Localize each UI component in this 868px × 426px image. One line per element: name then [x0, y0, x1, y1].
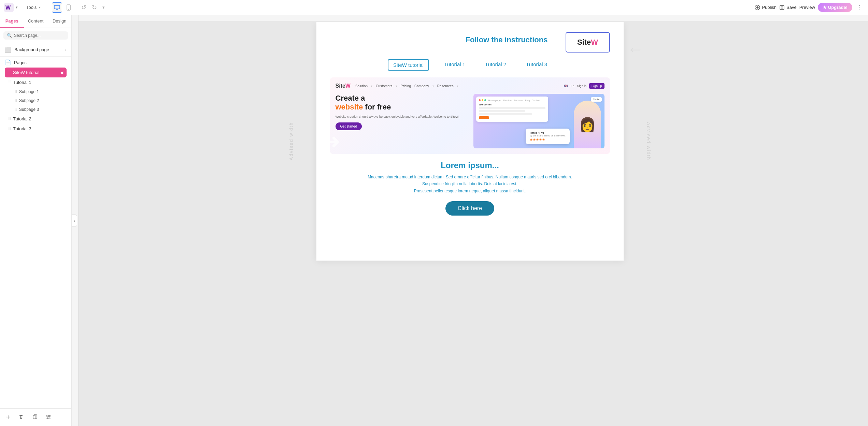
subpage-drag-icon-1: ⠿: [14, 90, 17, 94]
canvas-header-row: Follow the instructions SiteW: [330, 32, 610, 53]
subpage-name-1: Subpage 1: [19, 89, 39, 94]
browser-line-2: [479, 110, 526, 112]
signin-link[interactable]: Sign in: [577, 84, 586, 88]
pages-icon: 📄: [5, 59, 11, 65]
nav-link-customers[interactable]: Customers: [376, 84, 392, 88]
browser-contact-btn: [479, 116, 489, 119]
person-silhouette: 👩: [574, 101, 601, 148]
lang-label: En: [570, 84, 574, 88]
history-controls: ↺ ↻ ▾: [79, 3, 107, 12]
desktop-icon[interactable]: [52, 2, 62, 13]
nav-link-solution-arrow: ▾: [371, 85, 372, 88]
search-bar: 🔍: [0, 28, 71, 43]
canvas-headline: Follow the instructions: [448, 35, 566, 44]
signup-button[interactable]: Sign up: [589, 83, 604, 89]
tut-tab-1[interactable]: Tutorial 1: [439, 59, 470, 71]
tut-tab-0[interactable]: SiteW tutorial: [388, 59, 429, 71]
redo-button[interactable]: ↻: [90, 3, 99, 12]
browser-welcome-text: Welcome !: [479, 103, 545, 106]
subpage-name-3: Subpage 3: [19, 107, 39, 112]
page-item-sitew-tutorial[interactable]: ⠿ SiteW tutorial ◀: [5, 68, 67, 77]
publish-icon: [755, 5, 760, 10]
canvas-nav-right[interactable]: ←: [627, 39, 644, 59]
background-page-row[interactable]: ⬜ Background page ›: [0, 43, 71, 57]
subpage-item-1[interactable]: ⠿ Subpage 1: [5, 87, 67, 96]
tools-menu[interactable]: Tools ▾: [26, 5, 41, 10]
svg-point-16: [48, 416, 49, 417]
page-name-0: SiteW tutorial: [13, 70, 58, 75]
active-page-indicator: ◀: [60, 70, 63, 75]
flag-icon: 🇬🇧: [564, 84, 568, 88]
subpage-name-2: Subpage 2: [19, 98, 39, 103]
nav-link-resources[interactable]: Resources: [437, 84, 454, 88]
page-item-tutorial2[interactable]: ⠿ Tutorial 2: [5, 114, 67, 124]
lorem-title: Lorem ipsum...: [330, 161, 610, 170]
svg-text:W: W: [5, 5, 11, 11]
logo-w-accent: W: [591, 38, 598, 46]
topbar-right: Publish Save Preview ★ Upgrade! ⋮: [755, 2, 864, 13]
lorem-body-1: Macenas pharetra metud interdum dictum. …: [330, 174, 610, 180]
history-more-button[interactable]: ▾: [100, 3, 107, 12]
canvas-logo-box[interactable]: SiteW: [566, 32, 610, 53]
tab-content[interactable]: Content: [24, 15, 48, 28]
publish-button[interactable]: Publish: [755, 5, 777, 10]
settings-page-button[interactable]: [44, 413, 53, 422]
lorem-body-2: Suspendise fringilla nulla lobortis. Dui…: [330, 180, 610, 187]
browser-line-1: [479, 107, 545, 109]
tut-tab-2[interactable]: Tutorial 2: [480, 59, 511, 71]
page-item-tutorial3[interactable]: ⠿ Tutorial 3: [5, 124, 67, 134]
hero-text: Create a website for free Website creati…: [336, 94, 467, 130]
click-here-button[interactable]: Click here: [445, 201, 494, 216]
nav-link-solution[interactable]: Solution: [355, 84, 368, 88]
background-page-label: Background page: [14, 47, 49, 52]
save-button[interactable]: Save: [779, 5, 797, 10]
nav-link-customers-arrow: ▾: [396, 85, 397, 88]
background-page-arrow: ›: [65, 47, 67, 52]
search-wrap: 🔍: [3, 31, 68, 40]
nav-link-company[interactable]: Company: [414, 84, 429, 88]
tab-pages[interactable]: Pages: [0, 15, 24, 28]
subpage-drag-icon-2: ⠿: [14, 99, 17, 103]
nav-link-pricing[interactable]: Pricing: [400, 84, 411, 88]
traffic-badge: Traffic: [591, 97, 601, 102]
canvas-nav-left[interactable]: ➜: [323, 129, 340, 153]
sitew-nav-links: Solution ▾ Customers ▾ Pricing Company ▾…: [355, 84, 458, 88]
star-icon: ★: [823, 5, 827, 10]
page-item-tutorial1[interactable]: ⠿ Tutorial 1: [5, 77, 67, 87]
browser-nav-tabs: Home page About us Services Blog Contact: [488, 99, 540, 102]
panel-tabs: Pages Content Design: [0, 15, 71, 28]
tut-tab-3[interactable]: Tutorial 3: [521, 59, 552, 71]
subpage-item-2[interactable]: ⠿ Subpage 2: [5, 96, 67, 105]
divider-2: [45, 3, 45, 12]
hero-title-part2: website: [336, 103, 363, 111]
svg-rect-9: [781, 5, 783, 7]
tab-design[interactable]: Design: [47, 15, 71, 28]
search-input[interactable]: [14, 33, 65, 38]
delete-page-button[interactable]: [17, 413, 25, 422]
topbar-more-button[interactable]: ⋮: [855, 2, 864, 13]
dot-yellow: [482, 99, 483, 101]
save-icon: [779, 5, 785, 10]
drag-icon-2: ⠿: [8, 117, 11, 121]
logo-button[interactable]: W ▾: [4, 3, 18, 12]
rating-sub: by our users based on 98 reviews: [530, 134, 566, 137]
undo-button[interactable]: ↺: [79, 3, 88, 12]
add-page-button[interactable]: +: [5, 412, 12, 423]
page-name-2: Tutorial 2: [13, 116, 63, 121]
duplicate-page-button[interactable]: [31, 413, 39, 422]
horizontal-ruler: [72, 15, 868, 22]
page-name-3: Tutorial 3: [13, 126, 63, 131]
background-page-left: ⬜ Background page: [5, 46, 49, 53]
mobile-icon[interactable]: [63, 2, 74, 13]
preview-button[interactable]: Preview: [799, 5, 815, 10]
topbar-logo-arrow[interactable]: ▾: [16, 5, 18, 10]
upgrade-button[interactable]: ★ Upgrade!: [818, 3, 852, 12]
cta-section: Click here: [330, 201, 610, 216]
subpage-item-3[interactable]: ⠿ Subpage 3: [5, 105, 67, 114]
browser-dots: Home page About us Services Blog Contact: [479, 99, 545, 102]
page-list: ⠿ SiteW tutorial ◀ ⠿ Tutorial 1 ⠿ Subpag…: [5, 68, 67, 134]
lorem-body-3: Prasesent pellentesque lorem neque, aliq…: [330, 188, 610, 194]
svg-point-15: [47, 415, 48, 416]
collapse-panel-button[interactable]: ‹: [72, 215, 77, 227]
tools-arrow: ▾: [39, 5, 41, 9]
